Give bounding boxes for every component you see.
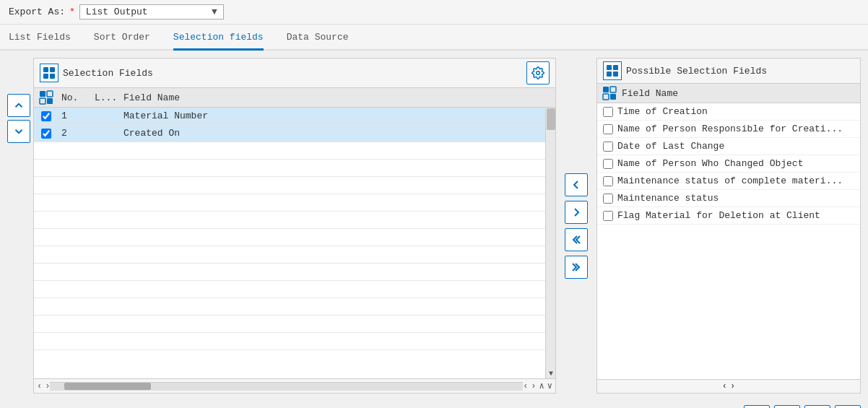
align-right-button[interactable]: [774, 405, 800, 408]
toggle-icon[interactable]: [34, 90, 58, 105]
col-header-l: L...: [95, 92, 123, 103]
tab-list-fields[interactable]: List Fields: [9, 25, 71, 51]
svg-rect-0: [43, 67, 48, 72]
table-row-empty: [34, 229, 555, 246]
row-1-no: 1: [58, 110, 95, 121]
right-footer: ‹ ›: [597, 379, 860, 393]
right-table-body: Time of Creation Name of Person Responsi…: [597, 103, 860, 379]
right-table-row[interactable]: Time of Creation: [597, 103, 860, 121]
move-all-right-button[interactable]: [565, 256, 588, 279]
svg-rect-7: [40, 98, 45, 104]
right-scroll-right[interactable]: ›: [730, 381, 735, 391]
table-row-empty: [34, 142, 555, 160]
move-right-button[interactable]: [565, 201, 588, 224]
right-grid-icon[interactable]: [603, 61, 622, 80]
right-panel-header: Possible Selection Fields: [597, 58, 860, 84]
export-select[interactable]: List Output ▼: [79, 4, 224, 19]
export-label: Export As:: [9, 6, 65, 17]
right-table-row[interactable]: Maintenance status: [597, 190, 860, 207]
row-2-no: 2: [58, 128, 95, 139]
col-header-no: No.: [58, 92, 95, 103]
right-row-5-checkbox[interactable]: [603, 194, 613, 204]
scroll-right-icon[interactable]: ›: [45, 381, 50, 391]
right-row-3-checkbox[interactable]: [603, 159, 613, 169]
right-table-row[interactable]: Name of Person Who Changed Object: [597, 155, 860, 173]
move-down-button[interactable]: [7, 120, 30, 143]
panel-header: Selection Fields: [34, 58, 555, 88]
scroll-up-icon[interactable]: ∧: [539, 381, 544, 391]
right-toggle-icon[interactable]: [597, 86, 622, 100]
right-row-2-checkbox[interactable]: [603, 142, 613, 152]
table-row-empty: [34, 194, 555, 212]
table-row-empty: [34, 281, 555, 298]
svg-rect-8: [47, 98, 53, 104]
table-row-empty: [34, 333, 555, 350]
right-row-4-checkbox[interactable]: [603, 176, 613, 186]
right-row-0-fieldname: Time of Creation: [617, 106, 708, 117]
table-row[interactable]: 2 Created On: [34, 125, 555, 142]
table-column-header: No. L... Field Name: [34, 88, 555, 108]
svg-rect-5: [40, 91, 45, 97]
search-button[interactable]: [804, 405, 830, 408]
svg-rect-13: [603, 87, 609, 92]
svg-rect-6: [47, 91, 53, 97]
move-up-button[interactable]: [7, 94, 30, 117]
extra-button[interactable]: [835, 405, 861, 408]
right-row-6-fieldname: Flag Material for Deletion at Client: [617, 210, 820, 221]
right-row-2-fieldname: Date of Last Change: [617, 141, 724, 152]
right-table-row[interactable]: Name of Person Responsible for Creati...: [597, 121, 860, 138]
right-table-row[interactable]: Flag Material for Deletion at Client: [597, 207, 860, 225]
tab-data-source[interactable]: Data Source: [287, 25, 349, 51]
export-select-value: List Output: [86, 6, 148, 17]
scroll-down-icon[interactable]: ∨: [547, 381, 552, 391]
row-2-checkbox[interactable]: [41, 129, 51, 139]
svg-rect-2: [43, 74, 48, 79]
right-scroll-left[interactable]: ‹: [722, 381, 727, 391]
svg-rect-15: [603, 94, 609, 100]
panel-header-left: Selection Fields: [40, 64, 153, 82]
table-row-empty: [34, 316, 555, 333]
svg-rect-11: [607, 71, 612, 77]
right-row-6-checkbox[interactable]: [603, 211, 613, 221]
right-row-1-checkbox[interactable]: [603, 124, 613, 134]
grid-icon[interactable]: [40, 64, 58, 82]
vertical-scrollbar[interactable]: ▼: [545, 108, 555, 378]
selection-fields-table: Selection Fields: [33, 58, 556, 394]
tab-bar: List Fields Sort Order Selection fields …: [0, 25, 868, 51]
scroll-left-icon-right[interactable]: ‹: [523, 381, 528, 391]
svg-rect-16: [610, 94, 616, 100]
bottom-buttons: [0, 401, 868, 408]
tab-sort-order[interactable]: Sort Order: [94, 25, 150, 51]
table-footer: ‹ › ‹ › ∧ ∨: [34, 378, 555, 393]
right-row-1-fieldname: Name of Person Responsible for Creati...: [617, 123, 843, 134]
move-all-left-button[interactable]: [565, 228, 588, 251]
move-left-button[interactable]: [565, 173, 588, 196]
scroll-right-icon-right[interactable]: ›: [531, 381, 536, 391]
horizontal-scrollbar[interactable]: [50, 382, 523, 391]
table-row-empty: [34, 160, 555, 177]
tab-selection-fields[interactable]: Selection fields: [173, 25, 264, 51]
top-bar: Export As: * List Output ▼: [0, 0, 868, 25]
chevron-down-icon: ▼: [212, 6, 217, 17]
table-body: 1 Material Number 2 Created On: [34, 108, 555, 378]
scrollbar-h-thumb: [64, 383, 151, 390]
svg-rect-9: [607, 65, 612, 70]
table-row-empty: [34, 264, 555, 281]
right-row-5-fieldname: Maintenance status: [617, 193, 719, 204]
middle-buttons: [562, 58, 591, 394]
table-row-empty: [34, 212, 555, 229]
svg-rect-14: [610, 87, 616, 92]
table-row[interactable]: 1 Material Number: [34, 108, 555, 125]
row-2-field-name: Created On: [123, 128, 555, 139]
right-panel-title: Possible Selection Fields: [626, 66, 767, 77]
right-row-0-checkbox[interactable]: [603, 107, 613, 117]
settings-icon[interactable]: [526, 61, 550, 84]
scroll-down-arrow[interactable]: ▼: [546, 368, 555, 378]
col-header-field-name: Field Name: [123, 92, 555, 103]
align-left-button[interactable]: [744, 405, 770, 408]
right-panel: Possible Selection Fields Field Name Tim…: [596, 58, 861, 394]
row-1-checkbox[interactable]: [41, 111, 51, 121]
right-table-row[interactable]: Date of Last Change: [597, 138, 860, 155]
right-table-row[interactable]: Maintenance status of complete materi...: [597, 173, 860, 190]
scroll-left-icon[interactable]: ‹: [37, 381, 42, 391]
